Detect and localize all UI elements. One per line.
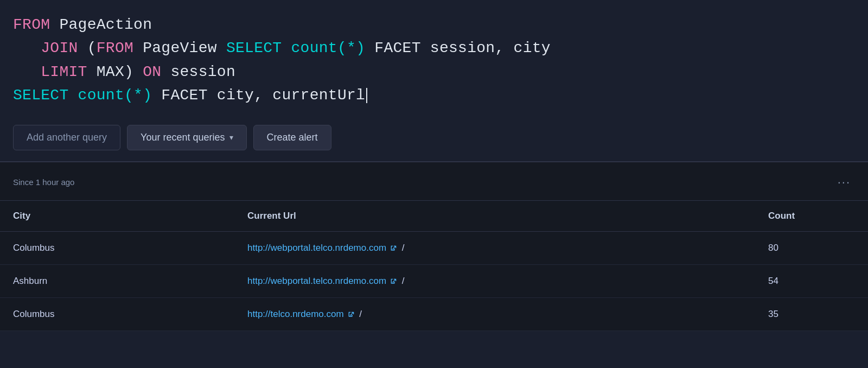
code-text-2b: PageView	[133, 40, 226, 56]
code-line-3: LIMIT MAX) ON session	[13, 60, 855, 84]
keyword-from-2: FROM	[97, 40, 133, 56]
url-link[interactable]: http://webportal.telco.nrdemo.com	[247, 276, 397, 287]
keyword-select-2: SELECT	[13, 87, 69, 104]
url-slash: /	[357, 309, 362, 319]
results-header: Since 1 hour ago ···	[0, 162, 868, 200]
indent-3	[13, 64, 41, 80]
keyword-facet-2: FACET	[161, 87, 207, 104]
space-4b	[152, 87, 161, 104]
func-paren-1: (*)	[337, 40, 365, 56]
external-link-icon	[390, 244, 397, 252]
table-row: Ashburnhttp://webportal.telco.nrdemo.com…	[0, 264, 868, 297]
button-row: Add another query Your recent queries ▾ …	[13, 125, 855, 150]
results-table: City Current Url Count Columbushttp://we…	[0, 200, 868, 331]
keyword-select-1: SELECT	[226, 40, 282, 56]
cell-city: Ashburn	[0, 264, 234, 297]
cell-url: http://webportal.telco.nrdemo.com /	[234, 231, 755, 264]
recent-queries-label: Your recent queries	[141, 132, 225, 143]
external-link-icon	[347, 310, 355, 318]
keyword-from-1: FROM	[13, 16, 50, 33]
table-header-row: City Current Url Count	[0, 200, 868, 231]
code-text-2c: session, city	[421, 40, 551, 56]
space-2	[282, 40, 291, 56]
space-2b	[365, 40, 374, 56]
results-area: Since 1 hour ago ··· City Current Url Co…	[0, 162, 868, 331]
func-count-2: count	[78, 87, 124, 104]
cell-city: Columbus	[0, 297, 234, 331]
func-count-1: count	[291, 40, 337, 56]
code-line-4: SELECT count(*) FACET city, currentUrl	[13, 84, 855, 107]
chevron-down-icon: ▾	[229, 133, 233, 142]
table-row: Columbushttp://webportal.telco.nrdemo.co…	[0, 231, 868, 264]
url-link[interactable]: http://telco.nrdemo.com	[247, 309, 355, 320]
indent-2	[13, 40, 41, 56]
cursor	[366, 88, 367, 103]
cell-count: 54	[755, 264, 868, 297]
code-line-2: JOIN (FROM PageView SELECT count(*) FACE…	[13, 36, 855, 60]
func-paren-2: (*)	[124, 87, 152, 104]
cell-url: http://telco.nrdemo.com /	[234, 297, 755, 331]
code-text-4: city, currentUrl	[208, 87, 365, 104]
keyword-limit: LIMIT	[41, 64, 87, 80]
code-block: FROM PageAction JOIN (FROM PageView SELE…	[13, 13, 855, 107]
url-slash: /	[399, 276, 404, 286]
recent-queries-button[interactable]: Your recent queries ▾	[127, 125, 246, 150]
url-slash: /	[399, 243, 404, 253]
add-query-button[interactable]: Add another query	[13, 125, 120, 150]
cell-url: http://webportal.telco.nrdemo.com /	[234, 264, 755, 297]
column-header-city: City	[0, 200, 234, 231]
code-text-1: PageAction	[50, 16, 152, 33]
space-4	[69, 87, 78, 104]
code-text-2a: (	[78, 40, 97, 56]
code-line-1: FROM PageAction	[13, 13, 855, 36]
code-text-3b: session	[161, 64, 235, 80]
column-header-url: Current Url	[234, 200, 755, 231]
keyword-facet-1: FACET	[374, 40, 420, 56]
query-editor: FROM PageAction JOIN (FROM PageView SELE…	[0, 0, 868, 162]
more-options-button[interactable]: ···	[833, 173, 855, 192]
cell-city: Columbus	[0, 231, 234, 264]
url-link[interactable]: http://webportal.telco.nrdemo.com	[247, 243, 397, 253]
table-row: Columbushttp://telco.nrdemo.com /35	[0, 297, 868, 331]
since-label: Since 1 hour ago	[13, 177, 74, 187]
cell-count: 80	[755, 231, 868, 264]
create-alert-button[interactable]: Create alert	[253, 125, 331, 150]
cell-count: 35	[755, 297, 868, 331]
keyword-on: ON	[143, 64, 161, 80]
column-header-count: Count	[755, 200, 868, 231]
keyword-join: JOIN	[41, 40, 78, 56]
external-link-icon	[390, 277, 397, 285]
code-text-3a: MAX)	[87, 64, 143, 80]
